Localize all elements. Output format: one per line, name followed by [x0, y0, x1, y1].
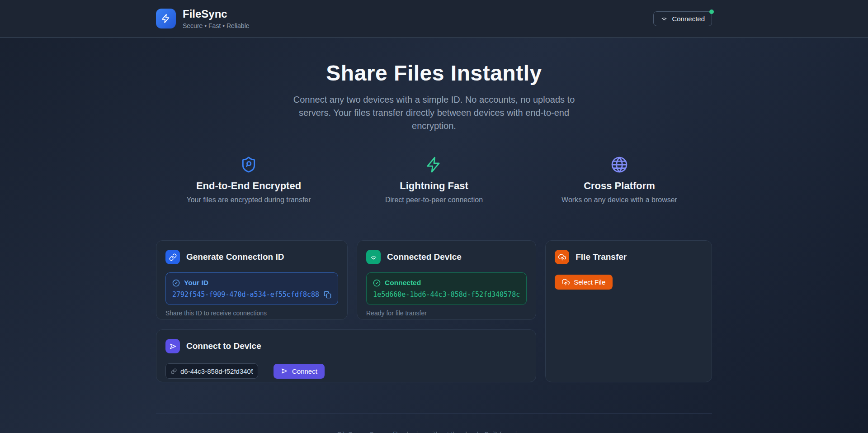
- card-title: Connect to Device: [186, 341, 261, 351]
- check-circle-icon: [172, 279, 180, 287]
- your-connection-id: 2792f545-f909-470d-a534-ef55cfdf8c88: [172, 290, 319, 299]
- copy-icon: [324, 291, 331, 299]
- shield-lock-icon: [156, 156, 341, 173]
- hero-section: Share Files Instantly Connect any two de…: [156, 61, 712, 133]
- feature-description: Direct peer-to-peer connection: [341, 196, 527, 204]
- copy-id-button[interactable]: [324, 291, 331, 299]
- feature-title: Lightning Fast: [341, 180, 527, 192]
- cloud-upload-icon: [555, 250, 569, 264]
- peer-id-input[interactable]: [180, 367, 253, 375]
- card-title: Generate Connection ID: [186, 252, 284, 262]
- card-title: Connected Device: [387, 252, 462, 262]
- wifi-icon: [366, 250, 381, 264]
- select-file-button[interactable]: Select File: [555, 275, 613, 290]
- zap-icon: [341, 156, 527, 173]
- feature-cross-platform: Cross Platform Works on any device with …: [527, 156, 712, 204]
- select-file-label: Select File: [574, 278, 605, 286]
- footer-divider: [156, 413, 712, 414]
- card-title: File Transfer: [576, 252, 627, 262]
- connect-to-device-card: Connect to Device Connect: [156, 329, 536, 382]
- panel-label: Your ID: [184, 279, 208, 287]
- feature-encrypted: End-to-End Encrypted Your files are encr…: [156, 156, 341, 204]
- globe-icon: [527, 156, 712, 173]
- link-icon: [171, 368, 177, 374]
- device-hint: Ready for file transfer: [366, 309, 527, 317]
- generate-hint: Share this ID to receive connections: [165, 309, 338, 317]
- panel-label: Connected: [385, 279, 421, 287]
- zap-icon: [156, 9, 176, 29]
- app-title: FileSync: [183, 8, 250, 20]
- generate-id-card: Generate Connection ID Your ID 2792f545-…: [156, 240, 348, 320]
- feature-fast: Lightning Fast Direct peer-to-peer conne…: [341, 156, 527, 204]
- page-title: Share Files Instantly: [156, 61, 712, 86]
- app-tagline: Secure • Fast • Reliable: [183, 22, 250, 29]
- connect-label: Connect: [292, 367, 317, 375]
- status-badge-label: Connected: [672, 15, 705, 23]
- feature-description: Works on any device with a browser: [527, 196, 712, 204]
- cloud-upload-icon: [562, 278, 570, 286]
- feature-title: Cross Platform: [527, 180, 712, 192]
- connected-device-card: Connected Device Connected 1e5d660e-1bd6…: [357, 240, 536, 320]
- peer-id-input-wrap: [165, 363, 258, 379]
- file-transfer-card: File Transfer Select File: [545, 240, 712, 382]
- footer-text: FileSync • Secure file sharing without t…: [156, 430, 712, 433]
- send-icon: [165, 339, 180, 353]
- app-header: FileSync Secure • Fast • Reliable Connec…: [0, 0, 868, 38]
- link-icon: [165, 250, 180, 264]
- features-row: End-to-End Encrypted Your files are encr…: [156, 156, 712, 204]
- send-icon: [281, 367, 288, 375]
- main-content: Share Files Instantly Connect any two de…: [156, 61, 712, 433]
- connected-panel: Connected 1e5d660e-1bd6-44c3-858d-f52fd3…: [366, 272, 527, 305]
- feature-description: Your files are encrypted during transfer: [156, 196, 341, 204]
- page-subtitle: Connect any two devices with a simple ID…: [287, 93, 581, 133]
- your-id-panel: Your ID 2792f545-f909-470d-a534-ef55cfdf…: [165, 272, 338, 305]
- feature-title: End-to-End Encrypted: [156, 180, 341, 192]
- peer-connection-id: 1e5d660e-1bd6-44c3-858d-f52fd340578c: [373, 290, 520, 299]
- check-circle-icon: [373, 279, 381, 287]
- connect-button[interactable]: Connect: [274, 364, 325, 379]
- online-indicator-dot: [709, 10, 714, 14]
- brand: FileSync Secure • Fast • Reliable: [156, 8, 250, 29]
- cards-grid: Generate Connection ID Your ID 2792f545-…: [156, 240, 712, 382]
- wifi-icon: [660, 15, 668, 22]
- connection-status-badge[interactable]: Connected: [653, 11, 712, 26]
